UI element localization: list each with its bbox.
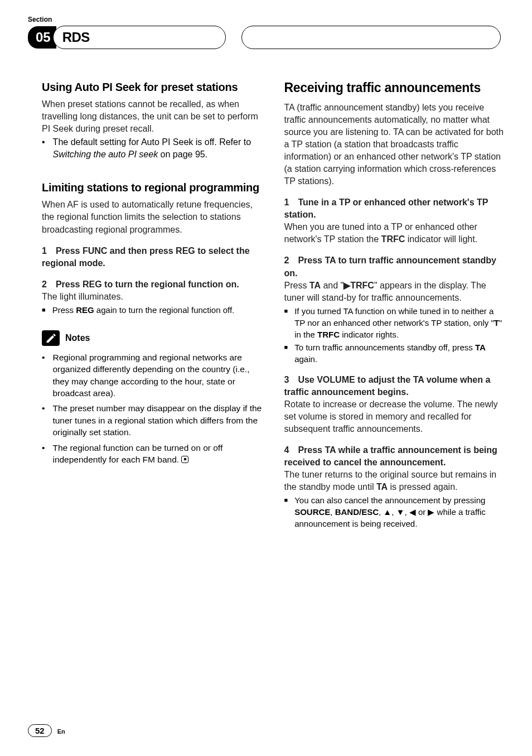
list-item: ■ Press REG again to turn the regional f… <box>42 304 262 316</box>
text: indicator will light. <box>405 234 477 244</box>
list-item-text: The regional function can be turned on o… <box>52 442 262 466</box>
list-item: • Regional programming and regional netw… <box>42 351 262 399</box>
text: again. <box>294 354 317 364</box>
section-number-badge: 05 <box>28 26 56 49</box>
square-bullet-icon: ■ <box>42 304 46 316</box>
header-right-pill <box>241 26 501 49</box>
list-item-text: The default setting for Auto PI Seek is … <box>53 136 262 161</box>
heading-auto-pi-seek: Using Auto PI Seek for preset stations <box>42 80 262 94</box>
notes-header: Notes <box>42 330 262 346</box>
paragraph: TA (traffic announcement standby) lets y… <box>284 102 505 188</box>
step-2-body: Press TA and "▶TRFC" appears in the disp… <box>284 280 505 304</box>
text: and " <box>321 281 344 290</box>
content-columns: Using Auto PI Seek for preset stations W… <box>0 49 532 529</box>
step-2-head: 2 Press REG to turn the regional functio… <box>42 278 262 291</box>
text-bold: SOURCE <box>294 507 330 517</box>
list-item: • The default setting for Auto PI Seek i… <box>42 136 262 161</box>
text: indicator rights. <box>340 330 399 339</box>
step-1-head: 1 Press FUNC and then press REG to selec… <box>42 245 262 269</box>
text-bold: BAND/ESC <box>335 507 379 517</box>
list-item-text: Regional programming and regional networ… <box>52 351 262 399</box>
language-label: En <box>57 728 65 735</box>
paragraph: When AF is used to automatically retune … <box>42 199 262 235</box>
text-bold: TA <box>475 343 486 352</box>
section-row: 05 RDS <box>28 26 532 49</box>
step-4-body: The tuner returns to the original source… <box>284 469 505 493</box>
section-label: Section <box>28 16 532 23</box>
text-italic: Switching the auto PI seek <box>53 150 158 159</box>
list-item: ■ If you turned TA function on while tun… <box>284 305 505 340</box>
step-3-body: Rotate to increase or decrease the volum… <box>284 398 505 435</box>
text-bold: REG <box>76 305 94 315</box>
end-mark-icon <box>181 456 188 463</box>
text-bold: ▶TRFC <box>344 281 374 290</box>
step-4-head: 4 Press TA while a traffic announcement … <box>284 444 505 469</box>
square-bullet-icon: ■ <box>284 305 288 340</box>
right-column: Receiving traffic announcements TA (traf… <box>284 80 505 529</box>
square-bullet-icon: ■ <box>284 341 288 365</box>
list-item: • The preset number may disappear on the… <box>42 402 262 438</box>
bullet-icon: • <box>42 442 45 466</box>
bullet-icon: • <box>42 351 45 399</box>
bullet-icon: • <box>42 402 45 438</box>
list-item-text: Press REG again to turn the regional fun… <box>52 304 235 316</box>
bullet-icon: • <box>42 136 45 161</box>
text-bold: TRFC <box>317 330 340 339</box>
pencil-icon <box>42 330 60 346</box>
notes-label: Notes <box>65 333 90 343</box>
text-bold: T <box>494 318 499 328</box>
list-item-text: You can also cancel the announcement by … <box>294 494 504 529</box>
square-bullet-icon: ■ <box>284 494 288 529</box>
step-2-body: The light illuminates. <box>42 291 262 303</box>
text-bold: TRFC <box>381 234 405 244</box>
paragraph: When preset stations cannot be recalled,… <box>42 98 262 135</box>
text: The default setting for Auto PI Seek is … <box>53 137 251 147</box>
page-header: Section 05 RDS <box>0 0 532 49</box>
step-3-head: 3 Use VOLUME to adjust the TA volume whe… <box>284 374 505 398</box>
step-1-head: 1 Tune in a TP or enhanced other network… <box>284 196 505 221</box>
list-item: ■ You can also cancel the announcement b… <box>284 494 505 529</box>
heading-limiting-stations: Limiting stations to regional programmin… <box>42 181 262 194</box>
text: again to turn the regional function off. <box>94 305 235 315</box>
section-title: RDS <box>53 26 226 49</box>
text: If you turned TA function on while tuned… <box>294 306 494 328</box>
list-item-text: To turn traffic announcements standby of… <box>294 341 504 365</box>
list-item-text: If you turned TA function on while tuned… <box>294 305 504 340</box>
list-item-text: The preset number may disappear on the d… <box>52 402 262 438</box>
heading-receiving-traffic: Receiving traffic announcements <box>284 80 505 96</box>
text: The regional function can be turned on o… <box>52 443 223 464</box>
text: Press <box>52 305 76 315</box>
text: Press <box>284 281 309 290</box>
text-bold: TA <box>309 281 321 290</box>
text: is pressed again. <box>388 482 457 492</box>
notes-list: • Regional programming and regional netw… <box>42 351 262 465</box>
text: , <box>330 507 335 517</box>
left-column: Using Auto PI Seek for preset stations W… <box>42 80 262 529</box>
list-item: ■ To turn traffic announcements standby … <box>284 341 505 365</box>
text-bold: TA <box>376 482 388 492</box>
step-1-body: When you are tuned into a TP or enhanced… <box>284 221 505 245</box>
page-number: 52 <box>28 724 52 737</box>
text: on page 95. <box>158 150 207 159</box>
text: To turn traffic announcements standby of… <box>294 343 475 352</box>
page-footer: 52 En <box>28 724 65 737</box>
list-item: • The regional function can be turned on… <box>42 442 262 466</box>
step-2-head: 2 Press TA to turn traffic announcement … <box>284 254 505 279</box>
text: You can also cancel the announcement by … <box>294 495 485 505</box>
